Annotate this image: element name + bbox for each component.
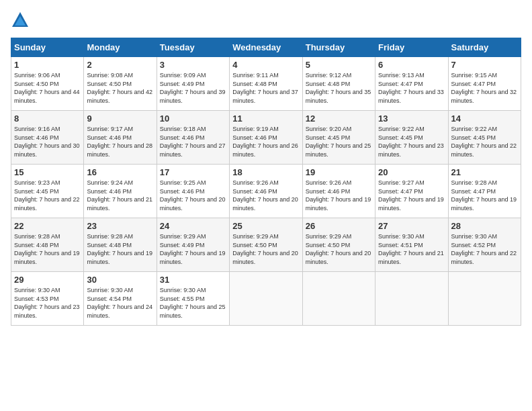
calendar-cell: 20Sunrise: 9:27 AMSunset: 4:47 PMDayligh… [375, 165, 448, 218]
col-header-wednesday: Wednesday [230, 38, 302, 57]
day-number: 11 [232, 113, 299, 124]
calendar-week-4: 22Sunrise: 9:28 AMSunset: 4:48 PMDayligh… [11, 218, 521, 272]
calendar-cell: 9Sunrise: 9:17 AMSunset: 4:46 PMDaylight… [84, 111, 157, 165]
calendar-cell: 14Sunrise: 9:22 AMSunset: 4:45 PMDayligh… [448, 111, 521, 165]
day-number: 14 [451, 113, 518, 124]
cell-info: Sunrise: 9:22 AMSunset: 4:45 PMDaylight:… [451, 126, 517, 158]
col-header-friday: Friday [375, 38, 448, 57]
cell-info: Sunrise: 9:06 AMSunset: 4:50 PMDaylight:… [14, 72, 80, 104]
calendar-week-1: 1Sunrise: 9:06 AMSunset: 4:50 PMDaylight… [11, 57, 521, 111]
calendar-cell: 31Sunrise: 9:30 AMSunset: 4:55 PMDayligh… [157, 272, 229, 326]
day-number: 26 [306, 221, 372, 231]
day-number: 12 [306, 113, 372, 124]
cell-info: Sunrise: 9:24 AMSunset: 4:46 PMDaylight:… [87, 179, 152, 212]
day-number: 17 [160, 167, 226, 177]
calendar-cell: 8Sunrise: 9:16 AMSunset: 4:46 PMDaylight… [11, 111, 84, 165]
cell-info: Sunrise: 9:29 AMSunset: 4:50 PMDaylight:… [306, 233, 371, 265]
day-number: 4 [232, 60, 299, 70]
calendar-cell: 24Sunrise: 9:29 AMSunset: 4:49 PMDayligh… [157, 218, 229, 272]
calendar-cell: 25Sunrise: 9:29 AMSunset: 4:50 PMDayligh… [230, 218, 302, 272]
cell-info: Sunrise: 9:29 AMSunset: 4:49 PMDaylight:… [160, 233, 226, 265]
calendar-cell: 18Sunrise: 9:26 AMSunset: 4:46 PMDayligh… [230, 165, 302, 218]
day-number: 15 [14, 167, 81, 177]
calendar-cell: 17Sunrise: 9:25 AMSunset: 4:46 PMDayligh… [157, 165, 229, 218]
day-number: 10 [160, 113, 226, 124]
calendar-cell: 15Sunrise: 9:23 AMSunset: 4:45 PMDayligh… [11, 165, 84, 218]
calendar-cell: 6Sunrise: 9:13 AMSunset: 4:47 PMDaylight… [375, 57, 448, 111]
calendar-cell: 30Sunrise: 9:30 AMSunset: 4:54 PMDayligh… [84, 272, 157, 326]
calendar-cell [448, 272, 521, 326]
cell-info: Sunrise: 9:18 AMSunset: 4:46 PMDaylight:… [160, 126, 226, 158]
day-number: 23 [87, 221, 153, 231]
cell-info: Sunrise: 9:15 AMSunset: 4:47 PMDaylight:… [451, 72, 517, 104]
calendar-table: SundayMondayTuesdayWednesdayThursdayFrid… [11, 38, 521, 326]
cell-info: Sunrise: 9:28 AMSunset: 4:48 PMDaylight:… [87, 233, 152, 265]
cell-info: Sunrise: 9:13 AMSunset: 4:47 PMDaylight:… [378, 72, 444, 104]
calendar-cell: 27Sunrise: 9:30 AMSunset: 4:51 PMDayligh… [375, 218, 448, 272]
cell-info: Sunrise: 9:25 AMSunset: 4:46 PMDaylight:… [160, 179, 226, 212]
calendar-cell: 4Sunrise: 9:11 AMSunset: 4:48 PMDaylight… [230, 57, 302, 111]
calendar-cell: 13Sunrise: 9:22 AMSunset: 4:45 PMDayligh… [375, 111, 448, 165]
calendar-cell: 28Sunrise: 9:30 AMSunset: 4:52 PMDayligh… [448, 218, 521, 272]
day-number: 13 [378, 113, 445, 124]
cell-info: Sunrise: 9:30 AMSunset: 4:51 PMDaylight:… [378, 233, 444, 265]
calendar-cell: 23Sunrise: 9:28 AMSunset: 4:48 PMDayligh… [84, 218, 157, 272]
cell-info: Sunrise: 9:08 AMSunset: 4:50 PMDaylight:… [87, 72, 152, 104]
calendar-cell: 26Sunrise: 9:29 AMSunset: 4:50 PMDayligh… [302, 218, 375, 272]
cell-info: Sunrise: 9:28 AMSunset: 4:48 PMDaylight:… [14, 233, 80, 265]
day-number: 22 [14, 221, 81, 231]
day-number: 7 [451, 60, 518, 70]
calendar-cell: 5Sunrise: 9:12 AMSunset: 4:48 PMDaylight… [302, 57, 375, 111]
calendar-cell: 10Sunrise: 9:18 AMSunset: 4:46 PMDayligh… [157, 111, 229, 165]
day-number: 30 [87, 275, 153, 285]
calendar-cell: 11Sunrise: 9:19 AMSunset: 4:46 PMDayligh… [230, 111, 302, 165]
logo [11, 11, 32, 30]
calendar-cell [230, 272, 302, 326]
cell-info: Sunrise: 9:29 AMSunset: 4:50 PMDaylight:… [232, 233, 298, 265]
calendar-cell: 19Sunrise: 9:26 AMSunset: 4:46 PMDayligh… [302, 165, 375, 218]
day-number: 21 [451, 167, 518, 177]
day-number: 18 [232, 167, 299, 177]
day-number: 20 [378, 167, 445, 177]
cell-info: Sunrise: 9:30 AMSunset: 4:55 PMDaylight:… [160, 287, 226, 319]
cell-info: Sunrise: 9:30 AMSunset: 4:54 PMDaylight:… [87, 287, 152, 319]
day-number: 5 [306, 60, 372, 70]
col-header-thursday: Thursday [302, 38, 375, 57]
cell-info: Sunrise: 9:22 AMSunset: 4:45 PMDaylight:… [378, 126, 444, 158]
day-number: 6 [378, 60, 445, 70]
day-number: 3 [160, 60, 226, 70]
cell-info: Sunrise: 9:11 AMSunset: 4:48 PMDaylight:… [232, 72, 298, 104]
day-number: 31 [160, 275, 226, 285]
calendar-week-3: 15Sunrise: 9:23 AMSunset: 4:45 PMDayligh… [11, 165, 521, 218]
calendar-cell: 29Sunrise: 9:30 AMSunset: 4:53 PMDayligh… [11, 272, 84, 326]
cell-info: Sunrise: 9:12 AMSunset: 4:48 PMDaylight:… [306, 72, 371, 104]
calendar-cell: 3Sunrise: 9:09 AMSunset: 4:49 PMDaylight… [157, 57, 229, 111]
day-number: 16 [87, 167, 153, 177]
day-number: 27 [378, 221, 445, 231]
day-number: 8 [14, 113, 81, 124]
calendar-week-5: 29Sunrise: 9:30 AMSunset: 4:53 PMDayligh… [11, 272, 521, 326]
cell-info: Sunrise: 9:16 AMSunset: 4:46 PMDaylight:… [14, 126, 80, 158]
col-header-monday: Monday [84, 38, 157, 57]
cell-info: Sunrise: 9:19 AMSunset: 4:46 PMDaylight:… [232, 126, 298, 158]
day-number: 29 [14, 275, 81, 285]
day-number: 9 [87, 113, 153, 124]
page-header [11, 11, 521, 30]
cell-info: Sunrise: 9:09 AMSunset: 4:49 PMDaylight:… [160, 72, 226, 104]
cell-info: Sunrise: 9:17 AMSunset: 4:46 PMDaylight:… [87, 126, 152, 158]
col-header-saturday: Saturday [448, 38, 521, 57]
cell-info: Sunrise: 9:27 AMSunset: 4:47 PMDaylight:… [378, 179, 444, 212]
day-number: 24 [160, 221, 226, 231]
cell-info: Sunrise: 9:30 AMSunset: 4:52 PMDaylight:… [451, 233, 517, 265]
cell-info: Sunrise: 9:26 AMSunset: 4:46 PMDaylight:… [306, 179, 371, 212]
calendar-cell [375, 272, 448, 326]
calendar-cell: 16Sunrise: 9:24 AMSunset: 4:46 PMDayligh… [84, 165, 157, 218]
cell-info: Sunrise: 9:20 AMSunset: 4:45 PMDaylight:… [306, 126, 371, 158]
day-number: 2 [87, 60, 153, 70]
calendar-week-2: 8Sunrise: 9:16 AMSunset: 4:46 PMDaylight… [11, 111, 521, 165]
day-number: 28 [451, 221, 518, 231]
calendar-cell: 21Sunrise: 9:28 AMSunset: 4:47 PMDayligh… [448, 165, 521, 218]
col-header-tuesday: Tuesday [157, 38, 229, 57]
cell-info: Sunrise: 9:30 AMSunset: 4:53 PMDaylight:… [14, 287, 80, 319]
cell-info: Sunrise: 9:26 AMSunset: 4:46 PMDaylight:… [232, 179, 298, 212]
